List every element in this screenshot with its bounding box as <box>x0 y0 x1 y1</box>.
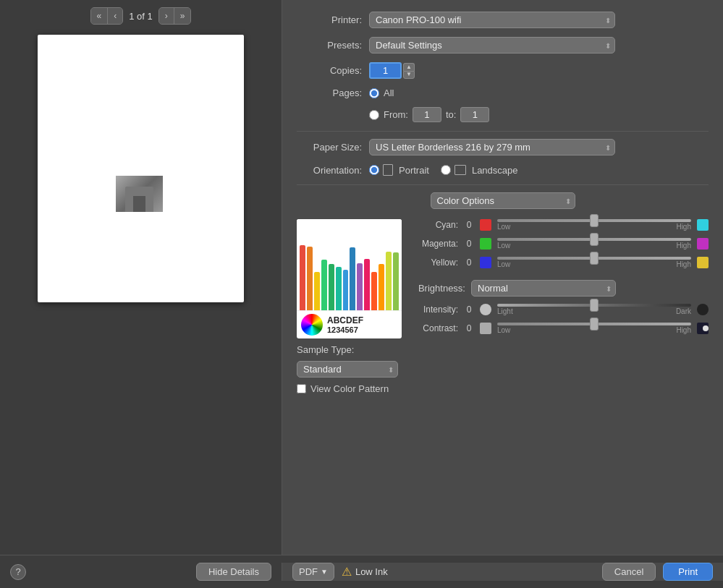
paper-size-row: Paper Size: US Letter Borderless 216 by … <box>297 139 709 155</box>
intensity-row: Intensity: 0 Light Dark <box>413 304 709 315</box>
pdf-label: PDF <box>299 566 318 577</box>
landscape-label[interactable]: Landscape <box>472 165 518 176</box>
landscape-icon <box>454 165 466 175</box>
cyan-label: Cyan: <box>413 220 458 230</box>
printer-select-wrapper[interactable]: Canon PRO-100 wifi ⬍ <box>369 12 615 28</box>
intensity-left-color <box>480 304 491 315</box>
preview-panel: « ‹ 1 of 1 › » <box>0 0 282 555</box>
page-preview <box>38 35 244 302</box>
contrast-left-color <box>480 323 491 334</box>
paper-size-select[interactable]: US Letter Borderless 216 by 279 mm <box>369 139 615 155</box>
copies-increment-button[interactable]: ▲ <box>403 63 415 71</box>
cancel-button[interactable]: Cancel <box>602 563 656 581</box>
footer-left: ? Hide Details <box>0 563 282 581</box>
preview-image-content <box>116 176 163 212</box>
presets-select[interactable]: Default Settings <box>369 37 615 54</box>
copies-row: Copies: ▲ ▼ <box>297 62 709 79</box>
settings-panel: Printer: Canon PRO-100 wifi ⬍ Presets: D… <box>282 0 723 555</box>
pdf-button[interactable]: PDF ▼ <box>292 563 334 581</box>
footer: ? Hide Details PDF ▼ ⚠ Low Ink Cancel Pr… <box>0 555 723 588</box>
brightness-row: Brightness: Normal ⬍ <box>413 280 709 297</box>
magenta-right-color <box>697 238 709 250</box>
sample-bottom: ABCDEF 1234567 <box>297 310 402 338</box>
portrait-label[interactable]: Portrait <box>399 165 429 176</box>
low-ink-label: Low Ink <box>355 566 388 577</box>
view-color-pattern-row: View Color Pattern <box>297 383 402 394</box>
brightness-select[interactable]: Normal <box>471 280 616 297</box>
intensity-slider-container: Light Dark <box>497 304 691 315</box>
orientation-label: Orientation: <box>297 165 362 176</box>
pages-from-radio[interactable] <box>369 110 379 120</box>
footer-right: PDF ▼ ⚠ Low Ink Cancel Print <box>282 563 723 581</box>
preview-thumbnail <box>116 176 163 212</box>
contrast-right-color <box>697 323 709 334</box>
color-options-select[interactable]: Color Options <box>431 192 575 209</box>
presets-label: Presets: <box>297 40 362 51</box>
pdf-dropdown-icon: ▼ <box>321 568 328 576</box>
pages-from-input[interactable] <box>413 107 441 122</box>
view-color-pattern-label[interactable]: View Color Pattern <box>310 383 389 394</box>
intensity-slider-ends: Light Dark <box>497 307 691 315</box>
intensity-slider[interactable] <box>497 304 691 307</box>
pages-options: All <box>369 88 394 98</box>
paper-size-label: Paper Size: <box>297 142 362 153</box>
print-button[interactable]: Print <box>663 563 713 581</box>
magenta-slider-ends: Low High <box>497 242 691 250</box>
presets-select-wrapper[interactable]: Default Settings ⬍ <box>369 37 615 54</box>
yellow-value: 0 <box>464 257 474 268</box>
yellow-left-color <box>480 257 491 268</box>
yellow-row: Yellow: 0 Low High <box>413 257 709 268</box>
cyan-right-color <box>697 219 709 231</box>
sample-section: Sample Type: Standard ⬍ View Color Patte… <box>297 344 402 394</box>
cyan-row: Cyan: 0 Low High <box>413 219 709 231</box>
first-page-button[interactable]: « <box>91 8 109 24</box>
cyan-value: 0 <box>464 220 474 230</box>
landscape-radio[interactable] <box>441 165 451 175</box>
copies-stepper[interactable]: ▲ ▼ <box>403 63 415 79</box>
pages-all-radio[interactable] <box>369 88 379 98</box>
help-button[interactable]: ? <box>10 564 26 580</box>
nav-next-buttons[interactable]: › » <box>158 7 192 25</box>
copies-decrement-button[interactable]: ▼ <box>403 71 415 79</box>
brightness-label: Brightness: <box>413 283 465 294</box>
yellow-slider[interactable] <box>497 257 691 260</box>
printer-select[interactable]: Canon PRO-100 wifi <box>369 12 615 28</box>
hide-details-button[interactable]: Hide Details <box>196 563 271 581</box>
magenta-slider[interactable] <box>497 238 691 241</box>
portrait-icon <box>383 164 393 176</box>
color-sliders-panel: Cyan: 0 Low High Magenta: 0 <box>413 219 709 403</box>
printer-row: Printer: Canon PRO-100 wifi ⬍ <box>297 12 709 28</box>
brightness-select-wrapper[interactable]: Normal ⬍ <box>471 280 616 297</box>
yellow-label: Yellow: <box>413 257 458 268</box>
pencils-area <box>297 219 402 310</box>
pages-from-label[interactable]: From: <box>384 109 408 120</box>
sample-text: ABCDEF 1234567 <box>327 315 363 334</box>
cyan-slider-ends: Low High <box>497 223 691 231</box>
next-page-button[interactable]: › <box>159 8 174 24</box>
cyan-slider[interactable] <box>497 219 691 222</box>
color-wheel-icon <box>301 314 323 336</box>
pages-to-label: to: <box>446 109 456 120</box>
contrast-slider[interactable] <box>497 323 691 325</box>
portrait-radio[interactable] <box>369 165 379 175</box>
prev-page-button[interactable]: ‹ <box>108 8 122 24</box>
sample-type-label: Sample Type: <box>297 344 354 355</box>
sample-type-select-wrapper[interactable]: Standard ⬍ <box>297 361 398 378</box>
pages-label: Pages: <box>297 88 362 98</box>
magenta-left-color <box>480 238 491 250</box>
contrast-row: Contrast: 0 Low High <box>413 323 709 334</box>
yellow-slider-ends: Low High <box>497 260 691 268</box>
nav-buttons[interactable]: « ‹ <box>90 7 124 25</box>
sample-type-select[interactable]: Standard <box>297 361 398 378</box>
copies-input[interactable] <box>369 62 402 79</box>
color-options-select-wrapper[interactable]: Color Options ⬍ <box>431 192 575 209</box>
view-color-pattern-checkbox[interactable] <box>297 384 306 393</box>
color-options-row: Color Options ⬍ <box>297 192 709 209</box>
pages-to-input[interactable] <box>460 107 489 122</box>
paper-size-select-wrapper[interactable]: US Letter Borderless 216 by 279 mm ⬍ <box>369 139 615 155</box>
page-navigation: « ‹ 1 of 1 › » <box>90 7 192 25</box>
last-page-button[interactable]: » <box>174 8 191 24</box>
cyan-slider-container: Low High <box>497 219 691 231</box>
yellow-right-color <box>697 257 709 268</box>
pages-all-label[interactable]: All <box>384 88 394 98</box>
